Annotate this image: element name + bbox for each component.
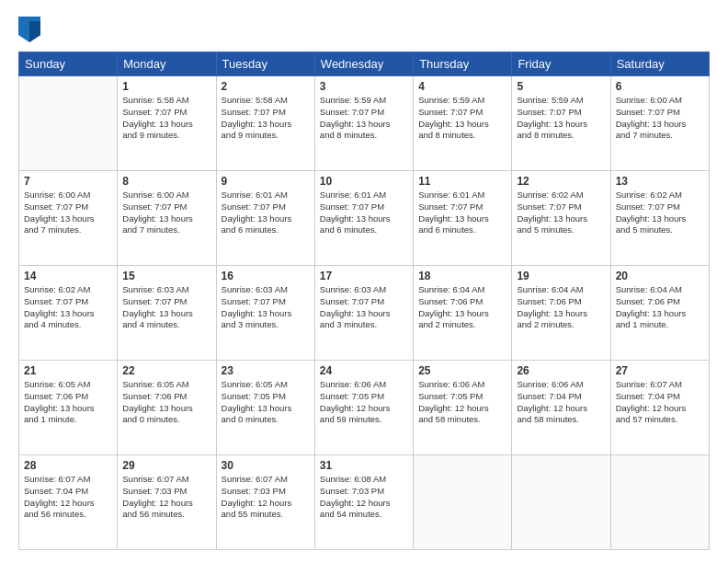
cell-info-line: Sunset: 7:07 PM [122,201,210,213]
cell-info-line: and 6 minutes. [222,224,310,236]
cell-info-line: and 9 minutes. [122,130,210,142]
calendar-week-row: 1Sunrise: 5:58 AMSunset: 7:07 PMDaylight… [19,76,710,171]
calendar-cell: 9Sunrise: 6:01 AMSunset: 7:07 PMDaylight… [216,171,314,266]
cell-info-line: Sunrise: 5:58 AM [222,95,310,107]
cell-info-line: and 8 minutes. [320,130,408,142]
day-number: 21 [24,364,112,377]
cell-info-line: Sunrise: 6:07 AM [616,379,704,391]
calendar-cell: 23Sunrise: 6:05 AMSunset: 7:05 PMDayligh… [216,361,314,455]
cell-info-line: Daylight: 13 hours [222,308,310,320]
cell-info-line: Sunset: 7:04 PM [616,391,704,403]
calendar-cell: 5Sunrise: 5:59 AMSunset: 7:07 PMDaylight… [512,76,610,171]
calendar-cell: 15Sunrise: 6:03 AMSunset: 7:07 PMDayligh… [118,266,216,361]
cell-info-line: and 8 minutes. [517,130,605,142]
day-number: 29 [122,459,210,472]
cell-info-line: Sunset: 7:05 PM [418,391,506,403]
cell-info-line: Sunrise: 6:05 AM [122,379,210,391]
cell-info-line: Sunset: 7:07 PM [122,296,210,308]
cell-info-line: and 5 minutes. [517,224,605,236]
cell-info-line: Sunset: 7:07 PM [122,107,210,119]
day-number: 19 [517,270,605,282]
cell-info-line: Daylight: 13 hours [320,308,408,320]
svg-marker-1 [29,21,40,42]
calendar-header-wednesday: Wednesday [314,52,413,76]
cell-info-line: Sunset: 7:07 PM [24,201,112,213]
calendar-cell: 19Sunrise: 6:04 AMSunset: 7:06 PMDayligh… [512,266,610,361]
cell-info-line: Daylight: 12 hours [222,498,310,510]
cell-info-line: Sunset: 7:07 PM [222,201,310,213]
cell-info-line: Daylight: 13 hours [418,213,506,225]
day-number: 3 [320,80,408,93]
calendar-header-tuesday: Tuesday [216,52,314,76]
calendar-cell: 3Sunrise: 5:59 AMSunset: 7:07 PMDaylight… [314,76,413,171]
cell-info-line: Sunrise: 6:06 AM [517,379,605,391]
cell-info-line: and 4 minutes. [122,319,210,331]
calendar-cell: 18Sunrise: 6:04 AMSunset: 7:06 PMDayligh… [414,266,512,361]
day-number: 6 [616,80,704,93]
cell-info-line: Daylight: 13 hours [24,308,112,320]
calendar-header-sunday: Sunday [19,52,118,76]
day-number: 20 [616,270,704,282]
calendar-cell: 10Sunrise: 6:01 AMSunset: 7:07 PMDayligh… [314,171,413,266]
cell-info-line: and 0 minutes. [122,414,210,426]
calendar-cell: 4Sunrise: 5:59 AMSunset: 7:07 PMDaylight… [414,76,512,171]
cell-info-line: Sunset: 7:07 PM [320,296,408,308]
cell-info-line: Daylight: 13 hours [517,119,605,131]
cell-info-line: Sunset: 7:07 PM [320,107,408,119]
calendar-cell: 20Sunrise: 6:04 AMSunset: 7:06 PMDayligh… [610,266,709,361]
cell-info-line: Sunset: 7:04 PM [517,391,605,403]
calendar-cell: 13Sunrise: 6:02 AMSunset: 7:07 PMDayligh… [610,171,709,266]
day-number: 28 [24,459,112,472]
day-number: 26 [517,364,605,377]
cell-info-line: and 7 minutes. [24,224,112,236]
cell-info-line: Sunrise: 6:00 AM [24,190,112,201]
cell-info-line: Sunrise: 6:06 AM [320,379,408,391]
cell-info-line: Sunset: 7:07 PM [320,201,408,213]
calendar-cell [19,76,118,171]
cell-info-line: and 5 minutes. [616,224,704,236]
cell-info-line: and 6 minutes. [320,224,408,236]
cell-info-line: and 4 minutes. [24,319,112,331]
calendar-table: SundayMondayTuesdayWednesdayThursdayFrid… [18,52,710,550]
calendar-cell: 27Sunrise: 6:07 AMSunset: 7:04 PMDayligh… [610,361,709,455]
day-number: 11 [418,175,506,188]
day-number: 8 [122,175,210,188]
cell-info-line: Daylight: 13 hours [122,119,210,131]
calendar-header-friday: Friday [512,52,610,76]
cell-info-line: and 0 minutes. [222,414,310,426]
calendar-header-monday: Monday [118,52,216,76]
calendar-cell [610,455,709,550]
cell-info-line: Sunset: 7:07 PM [616,107,704,119]
cell-info-line: Sunset: 7:07 PM [418,107,506,119]
cell-info-line: Sunrise: 5:59 AM [320,95,408,107]
calendar-cell: 24Sunrise: 6:06 AMSunset: 7:05 PMDayligh… [314,361,413,455]
cell-info-line: Sunrise: 6:07 AM [122,474,210,486]
calendar-header-saturday: Saturday [610,52,709,76]
calendar-cell: 6Sunrise: 6:00 AMSunset: 7:07 PMDaylight… [610,76,709,171]
day-number: 17 [320,270,408,282]
cell-info-line: Sunrise: 6:06 AM [418,379,506,391]
calendar-cell [414,455,512,550]
cell-info-line: Daylight: 13 hours [517,213,605,225]
cell-info-line: Sunrise: 6:03 AM [320,284,408,296]
cell-info-line: Daylight: 13 hours [122,403,210,415]
cell-info-line: and 2 minutes. [418,319,506,331]
calendar-cell: 8Sunrise: 6:00 AMSunset: 7:07 PMDaylight… [118,171,216,266]
day-number: 18 [418,270,506,282]
day-number: 14 [24,270,112,282]
cell-info-line: and 54 minutes. [320,509,408,521]
cell-info-line: Daylight: 13 hours [122,308,210,320]
calendar-cell: 11Sunrise: 6:01 AMSunset: 7:07 PMDayligh… [414,171,512,266]
day-number: 2 [222,80,310,93]
calendar-cell [512,455,610,550]
cell-info-line: and 57 minutes. [616,414,704,426]
cell-info-line: Daylight: 13 hours [24,403,112,415]
calendar-cell: 22Sunrise: 6:05 AMSunset: 7:06 PMDayligh… [118,361,216,455]
cell-info-line: Sunrise: 6:08 AM [320,474,408,486]
cell-info-line: and 58 minutes. [517,414,605,426]
cell-info-line: Sunset: 7:03 PM [222,486,310,498]
cell-info-line: Daylight: 13 hours [418,308,506,320]
cell-info-line: Sunrise: 6:00 AM [122,190,210,201]
cell-info-line: Sunrise: 6:05 AM [24,379,112,391]
cell-info-line: Daylight: 13 hours [616,213,704,225]
